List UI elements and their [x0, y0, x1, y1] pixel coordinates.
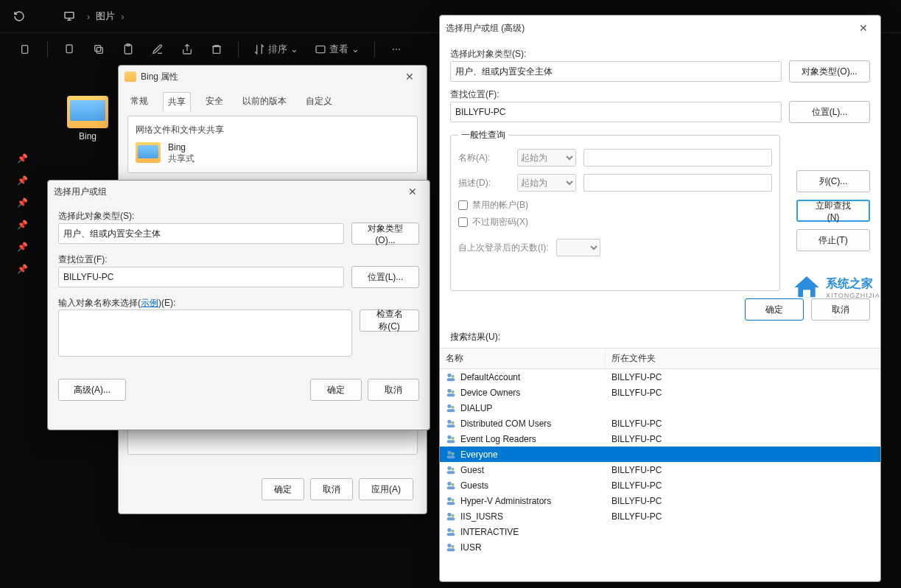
tab-customize[interactable]: 自定义 [301, 92, 337, 111]
delete-icon[interactable] [204, 37, 229, 62]
svg-rect-7 [213, 46, 220, 53]
result-name: Distributed COM Users [460, 419, 606, 429]
check-names-button[interactable]: 检查名称(C) [360, 309, 419, 332]
name-mode-select[interactable]: 起始为 [517, 149, 576, 167]
svg-rect-35 [447, 502, 455, 505]
sort-button[interactable]: 排序 ⌄ [248, 37, 304, 62]
apply-button[interactable]: 应用(A) [359, 478, 413, 500]
description-input[interactable] [583, 174, 772, 192]
cancel-button[interactable]: 取消 [811, 298, 870, 321]
svg-point-10 [452, 374, 455, 377]
svg-rect-20 [447, 424, 455, 427]
view-button[interactable]: 查看 ⌄ [309, 37, 365, 62]
result-name: Guest [460, 465, 606, 475]
result-row[interactable]: DIALUP [440, 400, 880, 416]
days-since-select[interactable] [556, 239, 600, 256]
result-row[interactable]: Device OwnersBILLYFU-PC [440, 385, 880, 400]
result-row[interactable]: Event Log ReadersBILLYFU-PC [440, 431, 880, 447]
tabs: 常规 共享 安全 以前的版本 自定义 [119, 88, 427, 116]
svg-rect-0 [65, 13, 74, 18]
result-name: Device Owners [460, 388, 606, 398]
result-row[interactable]: Hyper-V AdministratorsBILLYFU-PC [440, 493, 880, 508]
examples-link[interactable]: 示例 [141, 298, 158, 308]
result-row[interactable]: IIS_IUSRSBILLYFU-PC [440, 508, 880, 524]
svg-rect-44 [447, 548, 455, 551]
pin-icon[interactable]: 📌 [0, 258, 44, 280]
close-button[interactable]: ✕ [852, 17, 874, 39]
close-button[interactable]: ✕ [399, 66, 421, 88]
column-location[interactable]: 所在文件夹 [606, 349, 880, 368]
disabled-accounts-checkbox[interactable]: 禁用的帐户(B) [458, 199, 772, 211]
locations-button[interactable]: 位置(L)... [351, 266, 419, 288]
columns-button[interactable]: 列(C)... [796, 170, 870, 192]
pin-icon[interactable]: 📌 [0, 236, 44, 258]
paste-icon[interactable] [116, 37, 141, 62]
object-types-button[interactable]: 对象类型(O)... [789, 60, 870, 83]
breadcrumb-item[interactable]: 图片 [96, 10, 115, 23]
ok-button[interactable]: 确定 [262, 478, 304, 500]
chevron-right-icon: › [121, 11, 124, 22]
column-name[interactable]: 名称 [440, 349, 606, 368]
pin-icon[interactable]: 📌 [0, 147, 44, 169]
object-types-button[interactable]: 对象类型(O)... [351, 223, 419, 245]
results-list[interactable]: DefaultAccountBILLYFU-PCDevice OwnersBIL… [440, 369, 880, 555]
chevron-down-icon: ⌄ [351, 43, 360, 55]
rename-icon[interactable] [145, 37, 170, 62]
stop-button[interactable]: 停止(T) [796, 229, 870, 251]
name-input[interactable] [583, 149, 772, 167]
left-rail: 📌 📌 📌 📌 📌 📌 [0, 147, 44, 280]
share-icon[interactable] [175, 37, 200, 62]
location-label: 查找位置(F): [450, 88, 870, 101]
description-mode-select[interactable]: 起始为 [517, 174, 576, 192]
result-name: IUSR [460, 542, 606, 553]
svg-point-40 [452, 529, 455, 532]
tab-sharing[interactable]: 共享 [163, 92, 191, 111]
ok-button[interactable]: 确定 [745, 298, 804, 321]
principal-icon [444, 402, 457, 414]
pin-icon[interactable]: 📌 [0, 214, 44, 236]
tab-previous-versions[interactable]: 以前的版本 [238, 92, 291, 111]
share-item-name: Bing [168, 142, 194, 153]
close-button[interactable]: ✕ [402, 181, 424, 203]
advanced-button[interactable]: 高级(A)... [58, 379, 126, 401]
result-row[interactable]: DefaultAccountBILLYFU-PC [440, 369, 880, 385]
find-now-button[interactable]: 立即查找(N) [796, 200, 870, 222]
svg-point-31 [452, 483, 455, 486]
nonexpiring-password-checkbox[interactable]: 不过期密码(X) [458, 216, 772, 228]
tab-security[interactable]: 安全 [201, 92, 228, 111]
svg-point-12 [447, 388, 451, 392]
result-row[interactable]: Everyone [440, 447, 880, 462]
more-button[interactable]: ⋯ [384, 37, 409, 62]
new-button[interactable] [13, 37, 38, 62]
result-location: BILLYFU-PC [606, 465, 880, 475]
object-names-input[interactable] [58, 309, 352, 357]
cancel-button[interactable]: 取消 [368, 379, 419, 401]
result-location: BILLYFU-PC [606, 434, 880, 444]
tab-general[interactable]: 常规 [126, 92, 152, 111]
result-row[interactable]: Distributed COM UsersBILLYFU-PC [440, 416, 880, 431]
principal-icon [444, 495, 457, 507]
object-type-value: 用户、组或内置安全主体 [58, 223, 344, 244]
cancel-button[interactable]: 取消 [310, 478, 353, 500]
result-row[interactable]: IUSR [440, 539, 880, 555]
pin-icon[interactable]: 📌 [0, 169, 44, 192]
monitor-icon[interactable] [57, 4, 81, 28]
breadcrumb[interactable]: › 图片 › [87, 10, 125, 23]
locations-button[interactable]: 位置(L)... [789, 101, 870, 123]
svg-point-33 [447, 497, 451, 500]
refresh-button[interactable] [7, 4, 31, 28]
result-row[interactable]: GuestBILLYFU-PC [440, 462, 880, 477]
cut-icon[interactable] [57, 37, 82, 62]
result-row[interactable]: GuestsBILLYFU-PC [440, 477, 880, 493]
copy-icon[interactable] [86, 37, 111, 62]
folder-item[interactable]: Bing [63, 96, 113, 141]
ok-button[interactable]: 确定 [310, 379, 362, 401]
svg-rect-4 [95, 45, 101, 51]
svg-rect-17 [447, 409, 455, 412]
svg-point-28 [452, 467, 455, 470]
principal-icon [444, 433, 457, 445]
pin-icon[interactable]: 📌 [0, 192, 44, 214]
result-row[interactable]: INTERACTIVE [440, 524, 880, 539]
svg-point-30 [447, 481, 451, 485]
svg-rect-23 [447, 440, 455, 443]
